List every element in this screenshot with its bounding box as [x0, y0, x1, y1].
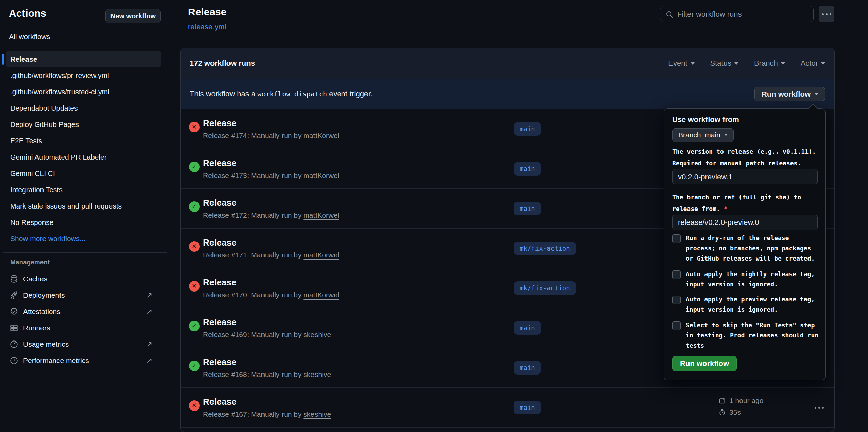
workflow-run-row[interactable]: ✕ Release Release #167: Manually run by … — [181, 388, 834, 428]
branch-badge[interactable]: main — [514, 202, 541, 215]
checkbox-label: Auto apply the preview release tag, inpu… — [686, 294, 819, 315]
management-label: Runners — [23, 320, 50, 336]
actor-link[interactable]: mattKorwel — [303, 132, 339, 139]
sidebar-workflow-item[interactable]: Gemini Automated PR Labeler — [0, 149, 169, 165]
sidebar-workflow-item[interactable]: Integration Tests — [0, 182, 169, 198]
workflow-label: E2E Tests — [10, 137, 42, 145]
sidebar-workflow-item[interactable]: .github/workflows/trusted-ci.yml — [0, 84, 169, 100]
field-description: The version to release (e.g., v0.1.11). … — [672, 146, 822, 169]
run-title[interactable]: Release — [203, 198, 236, 208]
management-item[interactable]: Attestations ↗ — [0, 303, 169, 320]
filter-workflow-runs-input[interactable] — [677, 6, 812, 22]
all-workflows-link[interactable]: All workflows — [9, 33, 50, 41]
branch-badge[interactable]: main — [514, 122, 541, 136]
sidebar-workflow-item[interactable]: E2E Tests — [0, 133, 169, 149]
ref-input[interactable] — [672, 215, 818, 230]
runs-header: 172 workflow runs Event Status Branch Ac… — [181, 48, 834, 79]
run-title[interactable]: Release — [203, 397, 236, 407]
run-workflow-popover: Use workflow from Branch: main The versi… — [664, 108, 826, 380]
workflow-input-checkbox-row: Run a dry-run of the release process; no… — [672, 233, 819, 264]
runs-filter-dropdown[interactable]: Event — [668, 59, 694, 68]
banner-text: This workflow has a workflow_dispatch ev… — [190, 79, 372, 109]
actor-link[interactable]: skeshive — [303, 410, 331, 418]
workflow-label: Integration Tests — [10, 186, 63, 194]
management-item[interactable]: Usage metrics ↗ — [0, 336, 169, 352]
workflow-input-checkbox-row: Auto apply the preview release tag, inpu… — [672, 294, 819, 315]
version-input[interactable] — [672, 169, 818, 184]
rocket-icon — [10, 291, 18, 300]
branch-badge[interactable]: main — [514, 401, 541, 414]
workflow-dispatch-code: workflow_dispatch — [257, 90, 327, 98]
sidebar-workflow-item[interactable]: No Response — [0, 214, 169, 231]
run-title[interactable]: Release — [203, 317, 236, 328]
workflow-file-link[interactable]: release.yml — [188, 22, 226, 31]
branch-badge[interactable]: main — [514, 321, 541, 335]
run-title[interactable]: Release — [203, 237, 236, 248]
runs-filter-dropdown[interactable]: Actor — [801, 59, 825, 68]
sidebar-workflow-item[interactable]: Show more workflows... — [0, 231, 169, 247]
success-status-icon: ✓ — [189, 201, 200, 212]
run-title[interactable]: Release — [203, 357, 236, 367]
sidebar-workflow-item[interactable]: Mark stale issues and pull requests — [0, 198, 169, 214]
runs-filter-dropdown[interactable]: Status — [710, 59, 738, 68]
management-label: Usage metrics — [23, 336, 69, 352]
branch-badge[interactable]: main — [514, 361, 541, 375]
actor-link[interactable]: mattKorwel — [303, 171, 339, 179]
verified-icon — [10, 307, 18, 316]
management-heading: Management — [10, 259, 50, 266]
run-title[interactable]: Release — [203, 118, 236, 129]
management-item[interactable]: Caches — [0, 271, 169, 287]
sidebar-divider — [3, 48, 167, 48]
checkbox[interactable] — [672, 270, 681, 279]
checkbox-label: Select to skip the "Run Tests" step in t… — [686, 320, 819, 351]
sidebar-workflow-item[interactable]: Gemini CLI CI — [0, 165, 169, 182]
new-workflow-button[interactable]: New workflow — [105, 9, 161, 23]
actor-link[interactable]: skeshive — [303, 370, 331, 378]
run-title[interactable]: Release — [203, 158, 236, 168]
branch-badge[interactable]: main — [514, 162, 541, 176]
run-description: Release #173: Manually run by mattKorwel — [203, 171, 339, 180]
workflow-label: Release — [10, 55, 37, 63]
branch-select-button[interactable]: Branch: main — [672, 128, 734, 142]
runs-filter-dropdown[interactable]: Branch — [754, 59, 785, 68]
branch-badge[interactable]: mk/fix-action — [514, 281, 576, 295]
chevron-down-icon — [734, 62, 738, 65]
management-label: Deployments — [23, 287, 65, 303]
actor-link[interactable]: mattKorwel — [303, 291, 339, 299]
stopwatch-icon — [718, 409, 726, 416]
external-link-icon: ↗ — [146, 303, 152, 320]
runs-count: 172 workflow runs — [190, 48, 255, 79]
actor-link[interactable]: mattKorwel — [303, 211, 339, 219]
actions-sidebar: Actions New workflow All workflows Relea… — [0, 0, 169, 432]
actor-link[interactable]: mattKorwel — [303, 251, 339, 259]
success-status-icon: ✓ — [189, 361, 200, 371]
workflow-label: Gemini CLI CI — [10, 169, 55, 177]
kebab-icon[interactable] — [819, 6, 834, 22]
sidebar-workflow-item[interactable]: Dependabot Updates — [0, 100, 169, 116]
chevron-down-icon — [724, 134, 728, 136]
sidebar-workflow-item[interactable]: Deploy GitHub Pages — [0, 116, 169, 133]
run-workflow-dropdown-button[interactable]: Run workflow — [754, 87, 825, 101]
management-item[interactable]: Runners — [0, 320, 169, 336]
checkbox[interactable] — [672, 234, 681, 243]
branch-badge[interactable]: mk/fix-action — [514, 242, 576, 255]
search-icon — [665, 10, 674, 18]
sidebar-workflow-item[interactable]: Release — [6, 51, 161, 67]
run-description: Release #168: Manually run by skeshive — [203, 370, 331, 379]
success-status-icon: ✓ — [189, 162, 200, 172]
workflow-label: Dependabot Updates — [10, 104, 78, 112]
actor-link[interactable]: skeshive — [303, 331, 331, 338]
run-title[interactable]: Release — [203, 277, 236, 288]
management-item[interactable]: Deployments ↗ — [0, 287, 169, 303]
cache-icon — [10, 275, 18, 283]
run-workflow-submit-button[interactable]: Run workflow — [672, 356, 737, 371]
run-description: Release #171: Manually run by mattKorwel — [203, 251, 339, 259]
workflow-label: Mark stale issues and pull requests — [10, 202, 122, 210]
checkbox[interactable] — [672, 296, 681, 304]
kebab-icon[interactable] — [812, 403, 826, 412]
sidebar-workflow-item[interactable]: .github/workflows/pr-review.yml — [0, 67, 169, 84]
meter-icon — [10, 340, 18, 349]
checkbox[interactable] — [672, 321, 681, 330]
workflow-list: Release .github/workflows/pr-review.yml … — [0, 51, 169, 247]
management-item[interactable]: Performance metrics ↗ — [0, 352, 169, 369]
